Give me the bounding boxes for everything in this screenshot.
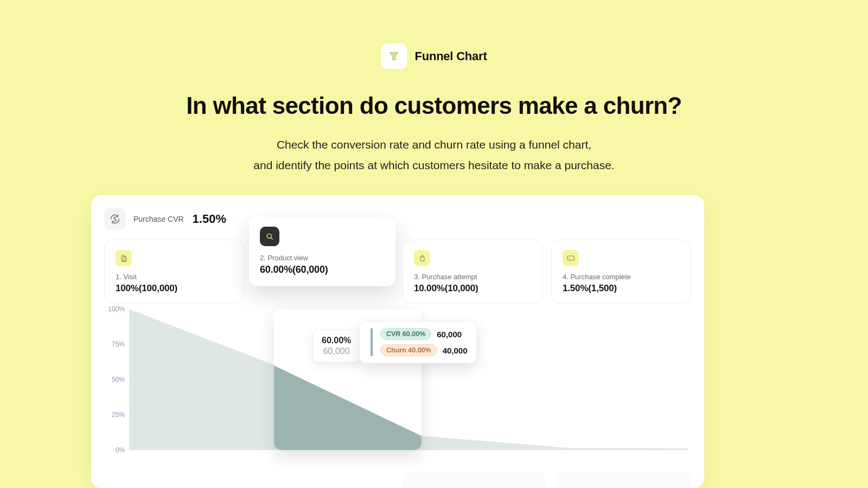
tooltip-row-cvr: CVR 60.00% 60,000 bbox=[380, 328, 468, 340]
stage-card-purchase-attempt[interactable]: 3. Purchase attempt 10.00%(10,000) bbox=[403, 240, 542, 303]
hero: Funnel Chart In what section do customer… bbox=[0, 0, 868, 176]
stage3-highlight-box bbox=[403, 472, 546, 488]
tooltip-accent-bar bbox=[371, 328, 373, 356]
churn-count: 40,000 bbox=[443, 346, 468, 355]
tooltip-pct: 60.00% bbox=[322, 336, 351, 345]
stage-label: 3. Purchase attempt bbox=[414, 273, 531, 281]
tooltip-simple: 60.00% 60,000 bbox=[312, 330, 360, 362]
refresh-dollar-icon bbox=[104, 208, 126, 230]
stage-label: 2. Product view bbox=[260, 254, 385, 262]
stage-label: 4. Purchase complete bbox=[563, 273, 680, 281]
stage-value: 10.00%(10,000) bbox=[414, 283, 531, 294]
stage-cards: 1. Visit 100%(100,000) 2. Product view 6… bbox=[104, 240, 691, 310]
hero-sub-line2: and identify the points at which custome… bbox=[253, 159, 614, 171]
funnel-panel: Purchase CVR 1.50% 1. Visit 100%(100,000… bbox=[91, 195, 704, 488]
hero-badge-title: Funnel Chart bbox=[414, 49, 487, 63]
svg-point-2 bbox=[267, 234, 271, 238]
stage-card-purchase-complete[interactable]: 4. Purchase complete 1.50%(1,500) bbox=[551, 240, 691, 303]
stage-value: 1.50%(1,500) bbox=[563, 283, 680, 294]
svg-rect-0 bbox=[122, 255, 125, 261]
tooltip-detail: CVR 60.00% 60,000 Churn 40.00% 40,000 bbox=[359, 321, 477, 363]
stage4-highlight-box bbox=[555, 472, 691, 488]
y-tick: 100% bbox=[108, 305, 125, 313]
stage-label: 1. Visit bbox=[116, 273, 233, 281]
card-icon bbox=[563, 250, 579, 266]
bag-icon bbox=[414, 250, 430, 266]
hero-sub-line1: Check the conversion rate and churn rate… bbox=[277, 138, 591, 151]
churn-pill: Churn 40.00% bbox=[380, 344, 437, 356]
purchase-cvr-value: 1.50% bbox=[193, 212, 226, 226]
y-tick: 50% bbox=[112, 376, 125, 383]
tooltip-row-churn: Churn 40.00% 40,000 bbox=[380, 344, 468, 356]
svg-rect-1 bbox=[123, 256, 126, 261]
hero-headline: In what section do customers make a chur… bbox=[0, 92, 868, 119]
purchase-cvr-label: Purchase CVR bbox=[133, 215, 184, 223]
stage-card-product-view[interactable]: 2. Product view 60.00%(60,000) bbox=[249, 217, 395, 286]
hero-subcopy: Check the conversion rate and churn rate… bbox=[0, 134, 868, 176]
purchase-cvr-summary: Purchase CVR 1.50% bbox=[104, 208, 691, 230]
y-axis: 100% 75% 50% 25% 0% bbox=[92, 309, 125, 450]
cvr-pill: CVR 60.00% bbox=[380, 328, 431, 340]
svg-rect-3 bbox=[567, 256, 574, 260]
visit-icon bbox=[116, 250, 132, 266]
stage-value: 60.00%(60,000) bbox=[260, 264, 385, 275]
y-tick: 75% bbox=[112, 341, 125, 348]
cvr-count: 60,000 bbox=[437, 330, 462, 339]
stage-value: 100%(100,000) bbox=[116, 283, 233, 294]
y-tick: 0% bbox=[116, 446, 125, 454]
tooltip-count: 60,000 bbox=[322, 346, 351, 356]
y-tick: 25% bbox=[112, 411, 125, 419]
search-icon bbox=[260, 227, 279, 246]
stage-card-visit[interactable]: 1. Visit 100%(100,000) bbox=[104, 240, 244, 303]
hero-badge: Funnel Chart bbox=[381, 43, 487, 69]
funnel-icon bbox=[381, 43, 407, 69]
